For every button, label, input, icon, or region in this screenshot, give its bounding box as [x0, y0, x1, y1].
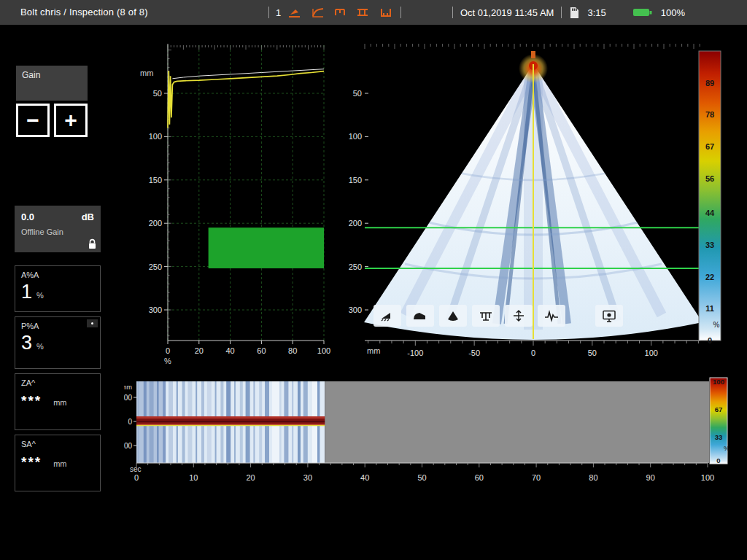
- measurement-label: ZA^: [21, 378, 94, 387]
- svg-text:11: 11: [705, 304, 714, 313]
- svg-text:80: 80: [288, 346, 297, 355]
- svg-text:60: 60: [475, 473, 484, 482]
- svg-text:-100: -100: [124, 442, 132, 450]
- svg-text:80: 80: [589, 473, 597, 482]
- svg-text:30: 30: [303, 473, 312, 482]
- caliper-icon[interactable]: [505, 305, 533, 327]
- strip-chart-plot[interactable]: 0102030405060708090100sec1000-100mm: [124, 373, 744, 490]
- svg-text:mm: mm: [124, 384, 132, 391]
- measurement-box-s[interactable]: SA^ *** mm: [15, 435, 101, 491]
- svg-text:100: 100: [645, 349, 658, 357]
- svg-text:300: 300: [149, 306, 162, 314]
- device-screen: Bolt chris / Inspection (8 of 8) 1: [0, 0, 747, 560]
- svg-text:60: 60: [257, 346, 266, 355]
- svg-text:150: 150: [349, 176, 362, 184]
- offline-gain-box[interactable]: 0.0 dB Offline Gain: [15, 206, 101, 252]
- svg-text:250: 250: [349, 262, 362, 271]
- svg-text:100: 100: [149, 132, 162, 141]
- svg-text:0: 0: [716, 456, 720, 464]
- pin-marker: [87, 319, 98, 327]
- battery-level: 100%: [661, 7, 685, 18]
- svg-text:300: 300: [349, 306, 362, 314]
- svg-text:0: 0: [166, 346, 170, 355]
- wedge-probe-icon[interactable]: [287, 7, 303, 19]
- svg-text:0: 0: [708, 336, 712, 345]
- svg-text:70: 70: [532, 473, 541, 482]
- svg-text:0: 0: [134, 473, 139, 482]
- gate-b-icon[interactable]: [355, 7, 371, 19]
- svg-text:89: 89: [705, 79, 714, 88]
- storage-time: 3:15: [587, 7, 605, 18]
- divider: [268, 7, 269, 18]
- wedge-icon[interactable]: [406, 305, 434, 327]
- gain-increase-button[interactable]: +: [54, 104, 88, 137]
- measurement-value: ***: [21, 393, 42, 409]
- svg-text:20: 20: [246, 473, 255, 482]
- strip-colorbar: 10067330%: [708, 375, 741, 473]
- measurement-box-a[interactable]: A%A 1 %: [15, 265, 101, 312]
- scan-tool-row: [374, 305, 628, 327]
- svg-text:40: 40: [225, 346, 234, 355]
- apex-marker: [531, 51, 535, 58]
- svg-text:100: 100: [124, 394, 132, 402]
- measurement-box-p[interactable]: P%A 3 %: [15, 316, 101, 369]
- svg-text:0: 0: [531, 349, 535, 357]
- measurement-label: P%A: [21, 322, 94, 330]
- measurement-label: SA^: [21, 440, 94, 448]
- measurement-unit: mm: [53, 398, 66, 407]
- svg-text:20: 20: [195, 346, 204, 355]
- svg-text:mm: mm: [140, 69, 153, 77]
- gate-a-icon[interactable]: [333, 7, 349, 19]
- beam-cone-icon[interactable]: [439, 305, 467, 327]
- svg-text:100: 100: [713, 378, 724, 386]
- measurement-label: A%A: [21, 271, 94, 279]
- status-icon-group: 1: [268, 0, 401, 25]
- measurement-box-z[interactable]: ZA^ *** mm: [15, 373, 101, 430]
- top-bar: Bolt chris / Inspection (8 of 8) 1: [0, 0, 747, 25]
- system-status-group: Oct 01,2019 11:45 AM 3:15 100%: [452, 0, 685, 25]
- svg-text:mm: mm: [367, 346, 380, 355]
- svg-text:100: 100: [317, 346, 330, 355]
- measurement-unit: %: [36, 342, 44, 351]
- measurement-unit: %: [36, 291, 44, 300]
- storage-icon: [569, 7, 580, 19]
- breadcrumb[interactable]: Bolt chris / Inspection (8 of 8): [20, 7, 148, 18]
- datetime-label: Oct 01,2019 11:45 AM: [460, 7, 554, 18]
- offline-gain-label: Offline Gain: [21, 228, 94, 236]
- gain-decrease-button[interactable]: −: [16, 104, 50, 137]
- divider: [400, 7, 401, 18]
- svg-text:%: %: [713, 321, 720, 329]
- divider: [452, 7, 453, 18]
- svg-text:10: 10: [189, 473, 198, 482]
- svg-text:40: 40: [360, 473, 369, 482]
- bottom-toolbar: Clr: [0, 510, 747, 560]
- svg-text:22: 22: [705, 273, 714, 281]
- svg-text:200: 200: [349, 219, 362, 228]
- svg-text:100: 100: [349, 132, 362, 141]
- svg-text:250: 250: [149, 262, 162, 271]
- svg-text:200: 200: [149, 219, 162, 228]
- battery-icon: [632, 7, 654, 18]
- measurement-value: 3: [21, 332, 32, 354]
- svg-text:150: 150: [149, 176, 162, 184]
- waveform-icon[interactable]: [538, 305, 565, 327]
- svg-text:44: 44: [705, 209, 715, 217]
- svg-text:100: 100: [701, 473, 714, 482]
- offline-gain-unit: dB: [82, 211, 94, 222]
- gate-setup-icon[interactable]: [472, 305, 500, 327]
- probe-skew-icon[interactable]: [374, 305, 401, 327]
- ascan-plot[interactable]: 50100150200250300020406080100mm%: [130, 38, 338, 370]
- svg-text:-50: -50: [468, 349, 480, 357]
- svg-text:67: 67: [705, 142, 714, 151]
- measurement-value: 1: [21, 281, 32, 303]
- gain-label-box: Gain: [16, 66, 88, 101]
- range-icon[interactable]: [378, 7, 394, 19]
- sector-colorbar: 89786756443322110%: [693, 45, 737, 351]
- svg-text:50: 50: [588, 349, 597, 357]
- svg-text:50: 50: [417, 473, 426, 482]
- display-settings-icon[interactable]: [595, 305, 623, 327]
- svg-text:50: 50: [353, 89, 362, 98]
- view-count: 1: [276, 7, 281, 18]
- measurement-value: ***: [21, 454, 42, 470]
- tcg-curve-icon[interactable]: [310, 7, 326, 19]
